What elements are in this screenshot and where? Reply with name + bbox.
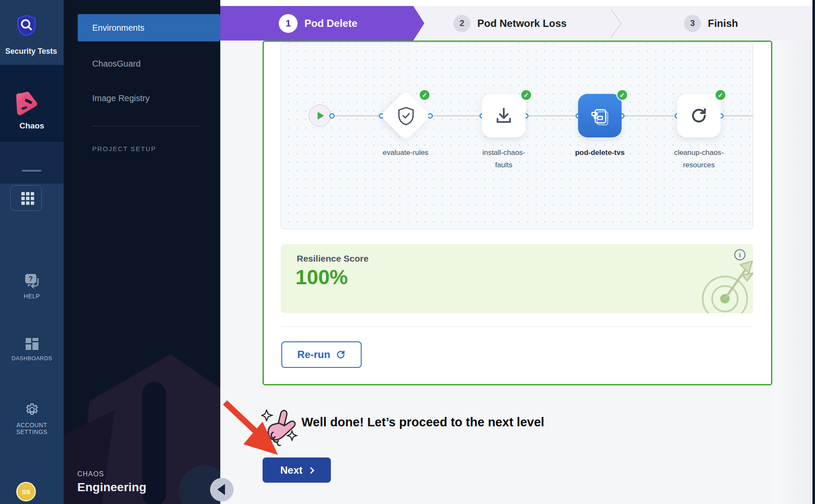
module-chaos[interactable]: Chaos (0, 65, 64, 142)
refresh-icon (689, 106, 708, 125)
gear-icon (24, 402, 40, 417)
svg-text:?: ? (29, 275, 33, 283)
resilience-score-card: Resilience Score 100% i (281, 244, 753, 313)
dashboards-item[interactable]: DASHBOARDS (0, 337, 64, 361)
sidebar-item-chaosguard[interactable]: ChaosGuard (78, 50, 220, 77)
sidebar-item-label: ChaosGuard (92, 59, 140, 69)
dashboards-label: DASHBOARDS (0, 355, 64, 361)
security-shield-icon (15, 14, 38, 37)
chaos-icon (15, 91, 38, 115)
sidebar-item-image-registry[interactable]: Image Registry (78, 84, 220, 112)
step-2[interactable]: 2 Pod Network Loss (453, 6, 567, 41)
success-check-icon: ✓ (715, 89, 726, 101)
help-label: HELP (0, 293, 64, 300)
next-label: Next (280, 464, 302, 476)
info-icon[interactable]: i (734, 249, 745, 260)
node-install-chaos-faults[interactable] (482, 94, 526, 137)
well-done-message: Well done! Let’s proceed to the next lev… (301, 415, 544, 429)
target-illustration (699, 260, 753, 313)
play-icon (318, 112, 324, 119)
success-check-icon: ✓ (419, 89, 430, 101)
rerun-refresh-icon (336, 350, 346, 360)
grid-icon (21, 192, 37, 205)
success-check-icon: ✓ (520, 89, 532, 101)
step-3[interactable]: 3 Finish (684, 6, 738, 41)
node-label: install-chaos-faults (476, 147, 531, 172)
sidebar-collapse-button[interactable] (210, 478, 234, 501)
resilience-score-value: 100% (295, 265, 348, 289)
top-strip (220, 0, 815, 6)
node-pod-delete-tvs[interactable] (578, 94, 622, 137)
right-gutter (774, 41, 812, 504)
rail-mid-band (0, 142, 64, 184)
step-2-label: Pod Network Loss (477, 17, 567, 29)
node-label: cleanup-chaos-resources (668, 147, 730, 172)
rail-drag-handle[interactable] (22, 170, 41, 172)
rerun-button[interactable]: Re-run (281, 341, 362, 368)
help-chat-icon: ? (23, 273, 41, 289)
module-picker-button[interactable] (10, 185, 42, 211)
download-icon (494, 106, 513, 125)
chaos-label: Chaos (0, 121, 64, 131)
window-edge (812, 0, 815, 504)
success-check-icon: ✓ (616, 89, 628, 101)
account-settings-item[interactable]: ACCOUNT SETTINGS (0, 402, 64, 435)
chaos-experiment-icon (590, 106, 610, 125)
avatar-initials: SS (22, 488, 30, 495)
resilience-score-label: Resilience Score (297, 253, 368, 264)
annotation-arrow-icon (213, 396, 288, 462)
chevron-right-icon (307, 467, 314, 474)
node-cleanup-chaos-resources[interactable] (677, 94, 721, 137)
app-root: Security Tests Chaos ? (0, 0, 815, 504)
sidebar-footer-kicker: CHAOS (77, 470, 104, 478)
project-setup-header[interactable]: PROJECT SETUP (92, 145, 156, 152)
user-avatar[interactable]: SS (16, 482, 36, 501)
node-label: evaluate-rules (371, 147, 440, 159)
pipeline-start-node[interactable] (309, 105, 331, 127)
next-button[interactable]: Next (263, 457, 331, 483)
sidebar-item-label: Environments (92, 23, 144, 33)
shield-check-icon (397, 107, 415, 125)
card-divider (281, 326, 753, 327)
step-separator-icon (610, 9, 622, 38)
dashboards-icon (25, 337, 39, 351)
module-rail: Security Tests Chaos ? (0, 0, 64, 504)
security-tests-label: Security Tests (0, 47, 72, 56)
help-item[interactable]: ? HELP (0, 273, 64, 300)
sidebar-item-label: Image Registry (92, 93, 150, 103)
sidebar-footer-title: Engineering (77, 481, 146, 494)
step-3-number: 3 (684, 15, 701, 32)
module-security-tests[interactable]: Security Tests (0, 0, 64, 65)
step-3-label: Finish (708, 17, 738, 29)
step-2-number: 2 (453, 15, 470, 32)
step-1-number: 1 (279, 14, 298, 33)
account-label-line2: SETTINGS (0, 428, 64, 435)
connector-port[interactable] (329, 113, 335, 119)
sidebar-divider (92, 126, 201, 126)
rerun-label: Re-run (297, 349, 330, 361)
step-1-label: Pod Delete (304, 17, 357, 29)
node-label: pod-delete-tvs (566, 147, 634, 159)
project-sidebar: Environments ChaosGuard Image Registry P… (64, 0, 220, 504)
account-label-line1: ACCOUNT (0, 422, 64, 428)
sidebar-item-environments[interactable]: Environments (78, 14, 220, 41)
step-1[interactable]: 1 Pod Delete (279, 6, 357, 41)
